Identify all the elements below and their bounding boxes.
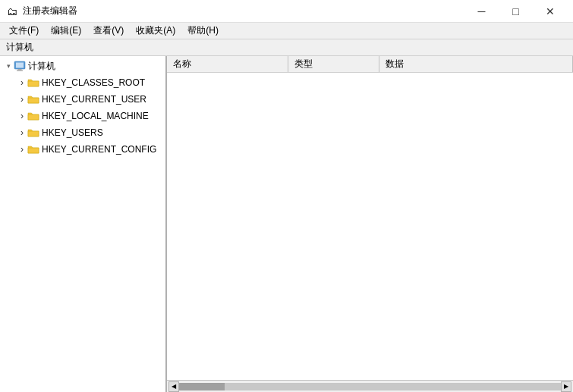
scrollbar-thumb — [179, 383, 225, 390]
folder-icon-4 — [27, 144, 39, 155]
expand-icon-4: › — [17, 144, 27, 155]
svg-rect-3 — [17, 71, 23, 71]
title-controls: ─ □ ✕ — [464, 0, 567, 23]
main-content: ▾ 计算机 › HKEY_CLASSES_ROOT› HKEY_CURRENT_… — [0, 56, 573, 392]
menu-item-1[interactable]: 编辑(E) — [45, 23, 87, 39]
tree-item-computer[interactable]: ▾ 计算机 — [0, 58, 165, 74]
expand-icon-computer: ▾ — [3, 61, 14, 71]
menu-bar: 文件(F)编辑(E)查看(V)收藏夹(A)帮助(H) — [0, 23, 573, 39]
close-button[interactable]: ✕ — [533, 0, 567, 23]
tree-panel: ▾ 计算机 › HKEY_CLASSES_ROOT› HKEY_CURRENT_… — [0, 56, 167, 392]
tree-label-0: HKEY_CLASSES_ROOT — [42, 77, 145, 88]
tree-item-hkey_users[interactable]: › HKEY_USERS — [0, 124, 165, 141]
computer-icon — [14, 61, 26, 71]
maximize-button[interactable]: □ — [499, 0, 533, 23]
folder-icon-2 — [27, 111, 39, 121]
tree-label-4: HKEY_CURRENT_CONFIG — [42, 144, 156, 155]
menu-item-2[interactable]: 查看(V) — [87, 23, 130, 39]
tree-item-hkey_current_config[interactable]: › HKEY_CURRENT_CONFIG — [0, 141, 165, 158]
tree-root-label: 计算机 — [28, 60, 55, 73]
col-header-name[interactable]: 名称 — [167, 56, 288, 72]
tree-label-3: HKEY_USERS — [42, 127, 103, 138]
minimize-button[interactable]: ─ — [464, 0, 499, 23]
breadcrumb: 计算机 — [0, 39, 573, 56]
scroll-right-button[interactable]: ▶ — [561, 381, 571, 392]
menu-item-0[interactable]: 文件(F) — [3, 23, 45, 39]
right-panel-header: 名称 类型 数据 — [167, 56, 573, 73]
menu-item-3[interactable]: 收藏夹(A) — [130, 23, 181, 39]
breadcrumb-text: 计算机 — [6, 41, 33, 54]
title-bar: 🗂 注册表编辑器 ─ □ ✕ — [0, 0, 573, 23]
scrollbar-track[interactable] — [179, 383, 561, 390]
menu-item-4[interactable]: 帮助(H) — [181, 23, 225, 39]
tree-children: › HKEY_CLASSES_ROOT› HKEY_CURRENT_USER› … — [0, 74, 165, 158]
tree-item-hkey_local_machine[interactable]: › HKEY_LOCAL_MACHINE — [0, 108, 165, 124]
scroll-left-button[interactable]: ◀ — [168, 381, 179, 392]
right-scrollbar: ◀ ▶ — [167, 380, 573, 392]
tree-item-hkey_current_user[interactable]: › HKEY_CURRENT_USER — [0, 91, 165, 108]
tree-label-1: HKEY_CURRENT_USER — [42, 94, 146, 105]
expand-icon-0: › — [17, 77, 27, 88]
expand-icon-2: › — [17, 111, 27, 121]
title-text: 注册表编辑器 — [23, 5, 77, 17]
right-content — [167, 73, 573, 380]
col-header-data[interactable]: 数据 — [379, 56, 573, 72]
svg-rect-1 — [16, 63, 24, 68]
right-panel: 名称 类型 数据 ◀ ▶ — [167, 56, 573, 392]
svg-rect-2 — [18, 69, 22, 71]
app-icon: 🗂 — [6, 5, 18, 17]
title-bar-left: 🗂 注册表编辑器 — [6, 5, 77, 17]
expand-icon-1: › — [17, 94, 27, 105]
folder-icon-3 — [27, 127, 39, 138]
tree-item-hkey_classes_root[interactable]: › HKEY_CLASSES_ROOT — [0, 74, 165, 91]
tree-label-2: HKEY_LOCAL_MACHINE — [42, 111, 149, 121]
col-header-type[interactable]: 类型 — [288, 56, 379, 72]
folder-icon-0 — [27, 77, 39, 88]
folder-icon-1 — [27, 94, 39, 105]
expand-icon-3: › — [17, 127, 27, 138]
